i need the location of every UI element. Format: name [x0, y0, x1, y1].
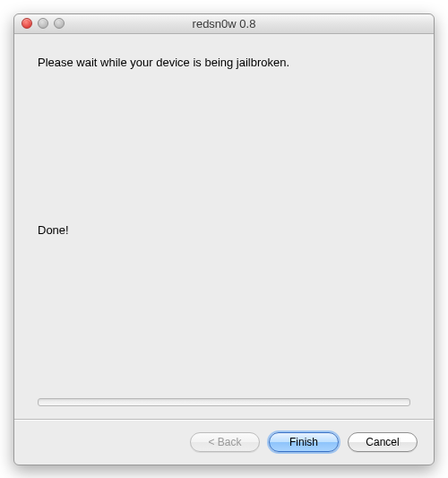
- window-controls: [14, 18, 65, 29]
- minimize-icon: [38, 18, 48, 29]
- instruction-text: Please wait while your device is being j…: [38, 56, 410, 69]
- back-button: < Back: [190, 432, 260, 452]
- finish-button[interactable]: Finish: [269, 432, 339, 452]
- progress-area: [38, 398, 410, 406]
- zoom-icon: [54, 18, 65, 29]
- wizard-footer: < Back Finish Cancel: [14, 420, 434, 465]
- progress-bar: [38, 398, 410, 406]
- wizard-content: Please wait while your device is being j…: [14, 34, 434, 419]
- window-title: redsn0w 0.8: [14, 17, 434, 30]
- close-icon[interactable]: [22, 18, 32, 29]
- titlebar: redsn0w 0.8: [14, 14, 434, 34]
- app-window: redsn0w 0.8 Please wait while your devic…: [13, 13, 435, 465]
- cancel-button[interactable]: Cancel: [348, 432, 418, 452]
- status-text: Done!: [38, 223, 410, 237]
